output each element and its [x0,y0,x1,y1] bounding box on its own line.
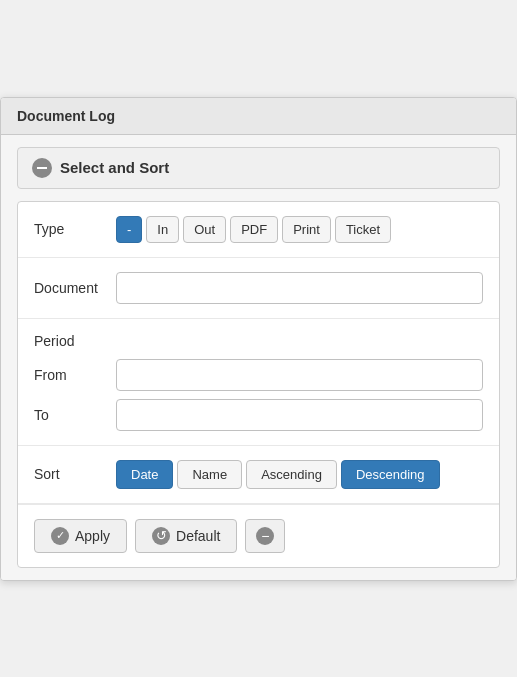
type-button-all[interactable]: - [116,216,142,243]
document-row: Document [18,258,499,319]
from-input[interactable] [116,359,483,391]
clear-icon [256,527,274,545]
to-label: To [34,407,104,423]
section-header: Select and Sort [17,147,500,189]
type-label: Type [34,221,104,237]
footer-row: Apply Default [18,504,499,567]
collapse-icon[interactable] [32,158,52,178]
window-title-bar: Document Log [1,98,516,135]
from-label: From [34,367,104,383]
document-label: Document [34,280,104,296]
default-button[interactable]: Default [135,519,237,553]
type-buttons: - In Out PDF Print Ticket [116,216,391,243]
sort-button-name[interactable]: Name [177,460,242,489]
apply-label: Apply [75,528,110,544]
apply-button[interactable]: Apply [34,519,127,553]
section-header-label: Select and Sort [60,159,169,176]
default-label: Default [176,528,220,544]
form-panel: Type - In Out PDF Print Ticket Document … [17,201,500,568]
content-area: Select and Sort Type - In Out PDF Print … [1,135,516,580]
type-row: Type - In Out PDF Print Ticket [18,202,499,258]
sort-button-descending[interactable]: Descending [341,460,440,489]
type-button-in[interactable]: In [146,216,179,243]
type-button-ticket[interactable]: Ticket [335,216,391,243]
type-button-out[interactable]: Out [183,216,226,243]
window-title: Document Log [17,108,115,124]
sort-row: Sort Date Name Ascending Descending [18,446,499,504]
to-row: To [34,399,483,431]
apply-icon [51,527,69,545]
sort-buttons: Date Name Ascending Descending [116,460,440,489]
period-label: Period [34,333,74,349]
document-log-window: Document Log Select and Sort Type - In O… [0,97,517,581]
sort-label: Sort [34,466,104,482]
to-input[interactable] [116,399,483,431]
default-icon [152,527,170,545]
period-section: Period From To [18,319,499,446]
clear-button[interactable] [245,519,285,553]
from-row: From [34,359,483,391]
document-input[interactable] [116,272,483,304]
type-button-pdf[interactable]: PDF [230,216,278,243]
sort-button-ascending[interactable]: Ascending [246,460,337,489]
type-button-print[interactable]: Print [282,216,331,243]
sort-button-date[interactable]: Date [116,460,173,489]
